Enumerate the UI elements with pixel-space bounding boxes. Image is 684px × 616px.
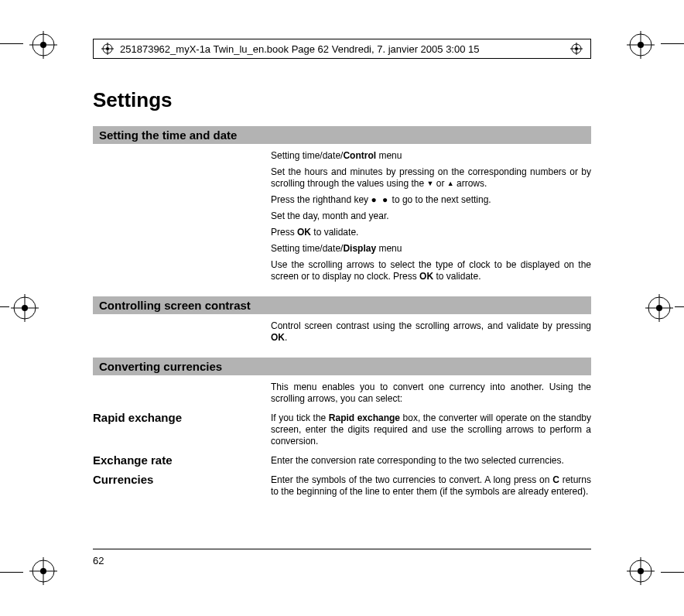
page-number: 62 — [93, 555, 104, 566]
section-heading: Controlling screen contrast — [93, 296, 591, 314]
page-title: Settings — [93, 88, 591, 112]
body-text: Control screen contrast using the scroll… — [271, 319, 591, 348]
section-row: Setting time/date/Control menu Set the h… — [93, 149, 591, 287]
print-header-text: 251873962_myX-1a Twin_lu_en.book Page 62… — [120, 43, 480, 55]
section-row: Exchange rate Enter the conversion rate … — [93, 453, 591, 471]
registration-mark-icon — [627, 557, 655, 585]
registration-mark-icon — [11, 294, 39, 322]
row-label: Exchange rate — [93, 453, 255, 471]
body-text: This menu enables you to convert one cur… — [271, 380, 591, 409]
body-text: Setting time/date/Control menu Set the h… — [271, 149, 591, 287]
registration-mark-icon — [645, 294, 673, 322]
crop-mark — [661, 43, 684, 44]
row-label: Rapid exchange — [93, 411, 255, 452]
crop-mark — [675, 306, 684, 307]
section-heading: Converting currencies — [93, 358, 591, 375]
crop-mark — [661, 572, 684, 573]
section-row: Control screen contrast using the scroll… — [93, 319, 591, 348]
registration-mark-icon — [627, 31, 655, 59]
section-row: This menu enables you to convert one cur… — [93, 380, 591, 409]
registration-mark-icon — [29, 557, 57, 585]
registration-mark-icon — [101, 43, 114, 55]
crop-mark — [0, 306, 9, 307]
page-body: Settings Setting the time and date Setti… — [93, 77, 591, 577]
crop-mark — [0, 43, 23, 44]
crop-mark — [0, 572, 23, 573]
section-heading: Setting the time and date — [93, 126, 591, 144]
row-label: Currencies — [93, 473, 255, 502]
section-row: Rapid exchange If you tick the Rapid exc… — [93, 411, 591, 452]
right-key-icon: ● ● — [371, 194, 389, 205]
body-text: Enter the conversion rate corresponding … — [271, 453, 591, 471]
registration-mark-icon — [570, 43, 583, 55]
footer-rule — [93, 549, 591, 549]
print-header: 251873962_myX-1a Twin_lu_en.book Page 62… — [93, 39, 591, 59]
up-arrow-icon: ▲ — [447, 180, 454, 188]
registration-mark-icon — [29, 31, 57, 59]
section-row: Currencies Enter the symbols of the two … — [93, 473, 591, 502]
body-text: If you tick the Rapid exchange box, the … — [271, 411, 591, 452]
body-text: Enter the symbols of the two currencies … — [271, 473, 591, 502]
